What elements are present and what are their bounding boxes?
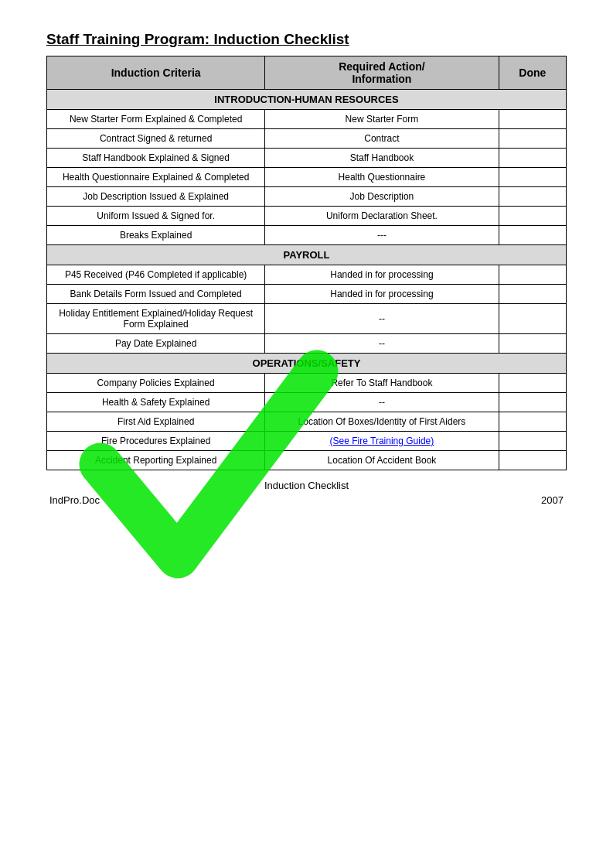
criteria-cell: Uniform Issued & Signed for. — [47, 207, 265, 226]
table-row: P45 Received (P46 Completed if applicabl… — [47, 265, 567, 285]
criteria-cell: Bank Details Form Issued and Completed — [47, 285, 265, 304]
section-header-row: OPERATIONS/SAFETY — [47, 354, 567, 374]
done-cell — [499, 226, 566, 245]
criteria-cell: Contract Signed & returned — [47, 129, 265, 149]
footer-left: IndPro.Doc — [49, 494, 100, 506]
done-cell — [499, 334, 566, 354]
table-row: Health & Safety Explained-- — [47, 393, 567, 412]
done-cell — [499, 129, 566, 149]
criteria-cell: Fire Procedures Explained — [47, 432, 265, 451]
criteria-cell: P45 Received (P46 Completed if applicabl… — [47, 265, 265, 285]
footer-center: Induction Checklist — [46, 480, 567, 491]
criteria-cell: First Aid Explained — [47, 412, 265, 432]
table-row: Job Description Issued & ExplainedJob De… — [47, 187, 567, 207]
action-cell: New Starter Form — [265, 110, 499, 129]
section-header-row: INTRODUCTION-HUMAN RESOURCES — [47, 90, 567, 110]
table-row: Uniform Issued & Signed for.Uniform Decl… — [47, 207, 567, 226]
footer-right: 2007 — [541, 494, 564, 506]
criteria-cell: Holiday Entitlement Explained/Holiday Re… — [47, 304, 265, 334]
done-cell — [499, 265, 566, 285]
done-cell — [499, 304, 566, 334]
table-row: First Aid ExplainedLocation Of Boxes/Ide… — [47, 412, 567, 432]
table-row: Accident Reporting ExplainedLocation Of … — [47, 451, 567, 470]
done-cell — [499, 451, 566, 470]
footer-bottom: IndPro.Doc 2007 — [46, 494, 567, 506]
action-cell: Location Of Accident Book — [265, 451, 499, 470]
page: Staff Training Program: Induction Checkl… — [0, 0, 613, 868]
table-row: Breaks Explained--- — [47, 226, 567, 245]
action-cell: Staff Handbook — [265, 149, 499, 168]
section-label: INTRODUCTION-HUMAN RESOURCES — [47, 90, 567, 110]
action-cell: Contract — [265, 129, 499, 149]
col-header-action: Required Action/Information — [265, 56, 499, 90]
action-cell: Uniform Declaration Sheet. — [265, 207, 499, 226]
criteria-cell: Job Description Issued & Explained — [47, 187, 265, 207]
table-row: Holiday Entitlement Explained/Holiday Re… — [47, 304, 567, 334]
action-cell: Handed in for processing — [265, 285, 499, 304]
done-cell — [499, 432, 566, 451]
action-cell: Location Of Boxes/Identity of First Aide… — [265, 412, 499, 432]
action-cell: Refer To Staff Handbook — [265, 374, 499, 393]
action-cell: Job Description — [265, 187, 499, 207]
criteria-cell: Accident Reporting Explained — [47, 451, 265, 470]
done-cell — [499, 168, 566, 187]
section-label: PAYROLL — [47, 245, 567, 265]
col-header-criteria: Induction Criteria — [47, 56, 265, 90]
done-cell — [499, 393, 566, 412]
table-row: New Starter Form Explained & CompletedNe… — [47, 110, 567, 129]
table-row: Company Policies ExplainedRefer To Staff… — [47, 374, 567, 393]
table-row: Health Questionnaire Explained & Complet… — [47, 168, 567, 187]
page-title: Staff Training Program: Induction Checkl… — [46, 31, 567, 48]
criteria-cell: Health & Safety Explained — [47, 393, 265, 412]
done-cell — [499, 110, 566, 129]
done-cell — [499, 149, 566, 168]
action-cell: Health Questionnaire — [265, 168, 499, 187]
col-header-done: Done — [499, 56, 566, 90]
induction-table: Induction Criteria Required Action/Infor… — [46, 56, 567, 470]
action-cell: -- — [265, 334, 499, 354]
action-cell: -- — [265, 393, 499, 412]
criteria-cell: Breaks Explained — [47, 226, 265, 245]
table-row: Pay Date Explained-- — [47, 334, 567, 354]
criteria-cell: Pay Date Explained — [47, 334, 265, 354]
table-row: Staff Handbook Explained & SignedStaff H… — [47, 149, 567, 168]
table-row: Contract Signed & returnedContract — [47, 129, 567, 149]
done-cell — [499, 412, 566, 432]
section-header-row: PAYROLL — [47, 245, 567, 265]
action-cell: --- — [265, 226, 499, 245]
action-cell: -- — [265, 304, 499, 334]
done-cell — [499, 374, 566, 393]
done-cell — [499, 187, 566, 207]
section-label: OPERATIONS/SAFETY — [47, 354, 567, 374]
criteria-cell: Staff Handbook Explained & Signed — [47, 149, 265, 168]
criteria-cell: Health Questionnaire Explained & Complet… — [47, 168, 265, 187]
criteria-cell: Company Policies Explained — [47, 374, 265, 393]
table-row: Bank Details Form Issued and CompletedHa… — [47, 285, 567, 304]
criteria-cell: New Starter Form Explained & Completed — [47, 110, 265, 129]
done-cell — [499, 207, 566, 226]
done-cell — [499, 285, 566, 304]
table-row: Fire Procedures Explained(See Fire Train… — [47, 432, 567, 451]
action-cell: Handed in for processing — [265, 265, 499, 285]
action-cell: (See Fire Training Guide) — [265, 432, 499, 451]
